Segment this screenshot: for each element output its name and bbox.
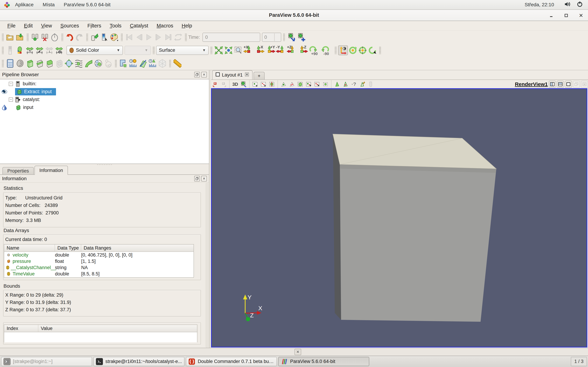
float-view-button[interactable] [573,81,580,88]
tab-properties[interactable]: Properties [2,167,34,175]
rotate-90-cw-button[interactable]: +90 [308,45,320,55]
split-vertical-button[interactable] [557,81,564,88]
show-center-button[interactable] [367,45,377,55]
probe-location-button[interactable] [157,58,167,68]
taskbar-item-paraview[interactable]: ParaView 5.6.0 64-bit [278,357,369,366]
view-plus-y-button[interactable]: +Y [265,45,276,55]
col-data-type[interactable]: Data Type [55,244,81,251]
select-cells-through-button[interactable] [268,81,276,88]
information-scrollbar[interactable] [206,183,208,348]
menu-tools[interactable]: Tools [105,23,126,29]
col-name[interactable]: Name [4,244,55,251]
panel-splitter-handle[interactable] [0,164,209,165]
view-minus-z-button[interactable]: -Z [297,45,308,55]
clock[interactable]: Středa, 22:10 [525,2,554,8]
calculator-filter-button[interactable] [5,58,15,68]
menu-catalyst[interactable]: Catalyst [126,23,152,29]
interactive-select-points-button[interactable] [313,81,321,88]
information-float-button[interactable] [194,176,200,181]
edit-color-map-button[interactable] [99,32,109,42]
view-plus-z-button[interactable]: +Z [287,45,297,55]
col-data-ranges[interactable]: Data Ranges [81,244,194,251]
view-minus-y-button[interactable]: -Y [276,45,287,55]
representation-dropdown[interactable]: Surface ▼ [156,46,209,55]
menu-sources[interactable]: Sources [56,23,83,29]
taskbar-item-terminal-2[interactable]: strakpe@r1i0n11:~/tools/catalyst-e... [94,357,184,366]
array-row-catalystchannel[interactable]: __CatalystChannel__ string NA [4,264,194,271]
taskbar-item-terminal-1[interactable]: [strakpe@login1:~] [1,357,92,366]
select-block-button[interactable] [296,81,304,88]
places-menu[interactable]: Místa [43,2,55,8]
rescale-to-visible-range-button[interactable] [54,45,64,55]
clear-selection-button[interactable] [366,81,375,88]
visibility-eye-icon[interactable] [0,90,9,94]
main-splitter[interactable] [209,70,211,348]
values-table[interactable]: Index Value [4,325,197,342]
split-horizontal-button[interactable] [549,81,556,88]
hover-cells-button[interactable] [333,81,341,88]
open-file-button[interactable] [5,32,15,42]
connect-server-button[interactable] [30,32,40,42]
ruler-button[interactable] [173,58,182,68]
col-value[interactable]: Value [38,325,197,332]
selection-query-button[interactable]: ·? [350,81,358,88]
pipeline-float-button[interactable] [194,72,200,77]
menu-help[interactable]: Help [177,23,196,29]
render-view-title[interactable]: RenderView1 [515,81,548,87]
clip-filter-button[interactable] [25,58,35,68]
extract-subset-filter-button[interactable] [54,58,64,68]
disconnect-server-button[interactable] [40,32,50,42]
select-points-polygon-button[interactable] [288,81,296,88]
camera-redo-button[interactable] [219,81,228,88]
add-layout-tab[interactable]: + [254,72,265,80]
workspace-pager[interactable]: 1 / 3 [571,357,587,366]
plot-over-line-button[interactable] [118,58,128,68]
tab-information[interactable]: Information [35,166,68,175]
menu-file[interactable]: File [3,23,20,29]
expander-icon[interactable]: − [9,98,13,102]
menu-edit[interactable]: Edit [20,23,37,29]
view-minus-x-button[interactable]: -X [254,45,265,55]
zoom-to-data-button[interactable] [224,45,233,55]
maximize-view-button[interactable] [565,81,572,88]
taskbar-item-double-commander[interactable]: Double Commander 0.7.1 beta build... [186,357,277,366]
toggle-interaction-mode-button[interactable]: 3D [231,81,239,88]
glyph-filter-button[interactable] [64,58,74,68]
vcr-first-frame-button[interactable] [124,32,134,42]
adjust-camera-button[interactable] [286,32,296,42]
minimize-button[interactable] [548,12,555,19]
view-plus-x-button[interactable]: +X [243,45,254,55]
menu-macros[interactable]: Macros [152,23,177,29]
vcr-next-frame-button[interactable] [154,32,164,42]
contour-filter-button[interactable] [15,58,25,68]
power-icon[interactable] [577,1,583,8]
array-row-timevalue[interactable]: TimeValue double [8.5, 8.5] [4,271,194,277]
col-index[interactable]: Index [4,325,38,332]
vcr-last-frame-button[interactable] [164,32,173,42]
menu-filters[interactable]: Filters [83,23,105,29]
render-viewport[interactable]: Y X Z [211,88,587,347]
save-camera-button[interactable] [296,32,306,42]
pipeline-close-button[interactable]: ✕ [201,72,207,77]
hover-points-button[interactable] [341,81,350,88]
data-arrays-table[interactable]: Name Data Type Data Ranges velocity doub… [4,244,194,278]
pipeline-item-extract-input[interactable]: Extract: input [0,88,209,96]
close-button[interactable]: ✕ [577,12,585,19]
auto-apply-toggle[interactable] [50,32,60,42]
plot-global-variables-button[interactable] [148,58,157,68]
redo-button[interactable] [75,32,84,42]
rescale-to-custom-range-button[interactable] [35,45,44,55]
color-palette-button[interactable] [109,32,119,42]
time-value-field[interactable]: 0 [202,33,260,42]
stream-tracer-filter-button[interactable] [74,58,84,68]
live-source-icon[interactable] [0,105,9,110]
group-datasets-filter-button[interactable] [94,58,103,68]
pick-center-button[interactable] [358,45,367,55]
undo-button[interactable] [65,32,75,42]
threshold-filter-button[interactable] [44,58,54,68]
toggle-color-legend-button[interactable] [5,45,15,55]
reset-center-button[interactable] [348,45,358,55]
expander-icon[interactable]: − [9,82,13,86]
interactive-select-cells-button[interactable] [304,81,313,88]
select-points-on-button[interactable] [259,81,268,88]
